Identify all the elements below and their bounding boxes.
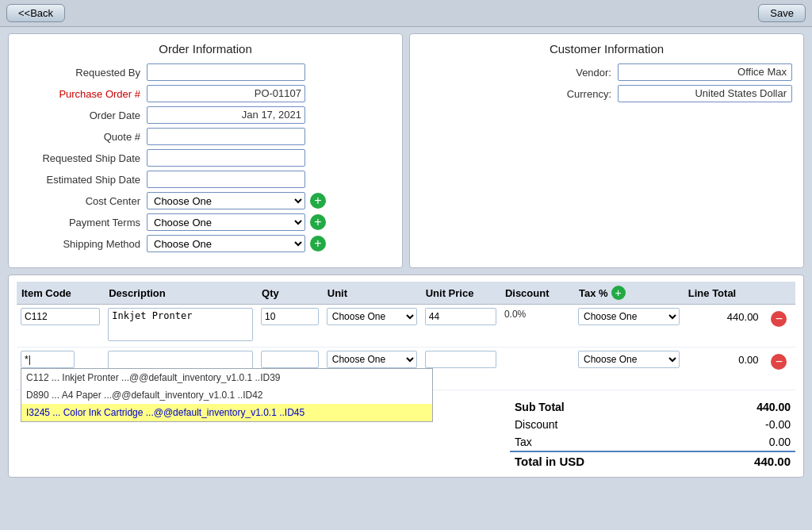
line-total-cell-new: 0.00	[684, 348, 763, 390]
payment-terms-add-button[interactable]: +	[310, 214, 326, 230]
requested-by-label: Requested By	[20, 67, 147, 79]
action-cell: −	[763, 305, 795, 348]
autocomplete-item-1[interactable]: C112 ... Inkjet Pronter ...@@default_inv…	[21, 369, 432, 386]
header-item-code: Item Code	[17, 282, 104, 305]
unit-price-cell	[421, 305, 500, 348]
order-date-value: Jan 17, 2021	[147, 106, 305, 124]
header-unit: Unit	[323, 282, 421, 305]
unit-price-input-new[interactable]	[425, 351, 496, 368]
cost-center-row: Cost Center Choose One +	[20, 192, 391, 209]
total-value: 440.00	[727, 455, 791, 468]
header-qty: Qty	[257, 282, 323, 305]
shipping-method-label: Shipping Method	[20, 238, 147, 250]
item-code-input-new[interactable]	[21, 351, 75, 368]
unit-select-1[interactable]: Choose One	[327, 308, 417, 325]
tax-cell-new: Choose One	[574, 348, 684, 390]
cost-center-select[interactable]: Choose One	[147, 192, 305, 209]
discount-value-1: 0.0%	[504, 309, 526, 320]
item-code-cell-new: C112 ... Inkjet Pronter ...@@default_inv…	[17, 348, 104, 390]
shipping-method-row: Shipping Method Choose One +	[20, 235, 391, 252]
purchase-order-row: Purchase Order # PO-01107	[20, 85, 391, 102]
unit-price-input-1[interactable]	[425, 308, 496, 325]
qty-input-new[interactable]	[261, 351, 319, 368]
tax-select-new[interactable]: Choose One	[578, 351, 680, 368]
shipping-method-add-button[interactable]: +	[310, 236, 326, 252]
vendor-value: Office Max	[618, 63, 792, 81]
tax-value: 0.00	[727, 436, 791, 448]
currency-label: Currency:	[567, 88, 618, 100]
cost-center-add-button[interactable]: +	[310, 193, 326, 209]
main-content: Order Information Requested By Purchase …	[0, 27, 812, 484]
quote-label: Quote #	[20, 131, 147, 143]
purchase-order-value: PO-01107	[147, 85, 305, 102]
line-total-value-new: 0.00	[738, 354, 758, 366]
subtotal-label: Sub Total	[515, 401, 565, 413]
header-action	[763, 282, 795, 305]
vendor-row: Vendor: Office Max	[421, 63, 792, 81]
total-label: Total in USD	[515, 455, 584, 468]
description-input-1[interactable]: Inkjet Pronter	[108, 308, 253, 341]
qty-input-1[interactable]	[261, 308, 319, 325]
order-panel-title: Order Information	[20, 42, 391, 56]
top-bar: <<Back Save	[0, 0, 812, 27]
line-total-value-1: 440.00	[727, 311, 759, 323]
subtotal-value: 440.00	[727, 401, 791, 413]
estimated-ship-date-label: Estimated Ship Date	[20, 174, 147, 186]
grand-total-row: Total in USD 440.00	[510, 452, 795, 470]
header-discount: Discount	[500, 282, 574, 305]
requested-ship-date-label: Requested Ship Date	[20, 152, 147, 164]
estimated-ship-date-row: Estimated Ship Date	[20, 171, 391, 188]
discount-cell: 0.0%	[500, 305, 574, 348]
order-information-panel: Order Information Requested By Purchase …	[8, 33, 403, 268]
remove-row-button-1[interactable]: −	[771, 311, 787, 327]
subtotal-row: Sub Total 440.00	[510, 398, 795, 416]
order-date-row: Order Date Jan 17, 2021	[20, 106, 391, 124]
table-header-row: Item Code Description Qty Unit Unit Pric…	[17, 282, 795, 305]
payment-terms-row: Payment Terms Choose One +	[20, 213, 391, 231]
requested-by-input[interactable]	[147, 63, 305, 81]
unit-cell: Choose One	[323, 305, 421, 348]
save-button[interactable]: Save	[758, 4, 806, 22]
line-total-cell: 440.00	[684, 305, 763, 348]
back-button[interactable]: <<Back	[6, 4, 65, 22]
tax-select-1[interactable]: Choose One	[578, 308, 680, 325]
tax-label: Tax	[515, 436, 532, 448]
header-unit-price: Unit Price	[421, 282, 500, 305]
requested-by-row: Requested By	[20, 63, 391, 81]
item-code-input-1[interactable]	[21, 308, 100, 325]
discount-row: Discount -0.00	[510, 416, 795, 433]
cost-center-label: Cost Center	[20, 195, 147, 207]
payment-terms-select[interactable]: Choose One	[147, 213, 305, 231]
item-code-cell	[17, 305, 104, 348]
vendor-label: Vendor:	[576, 67, 618, 79]
unit-select-new[interactable]: Choose One	[327, 351, 417, 368]
quote-input[interactable]	[147, 128, 305, 145]
autocomplete-item-3[interactable]: I3245 ... Color Ink Cartridge ...@@defau…	[21, 404, 432, 421]
tax-add-button[interactable]: +	[611, 286, 626, 300]
payment-terms-label: Payment Terms	[20, 217, 147, 229]
remove-row-button-new[interactable]: −	[771, 354, 787, 370]
shipping-method-select[interactable]: Choose One	[147, 235, 305, 252]
header-tax-label: Tax %	[579, 287, 608, 299]
description-cell: Inkjet Pronter	[104, 305, 257, 348]
table-row-new: C112 ... Inkjet Pronter ...@@default_inv…	[17, 348, 795, 390]
table-row: Inkjet Pronter Choose One 0.0%	[17, 305, 795, 348]
order-date-label: Order Date	[20, 109, 147, 121]
top-panels: Order Information Requested By Purchase …	[8, 33, 804, 268]
requested-ship-date-row: Requested Ship Date	[20, 149, 391, 167]
autocomplete-item-2[interactable]: D890 ... A4 Paper ...@@default_inventory…	[21, 386, 432, 404]
header-line-total: Line Total	[684, 282, 763, 305]
estimated-ship-date-input[interactable]	[147, 171, 305, 188]
requested-ship-date-input[interactable]	[147, 149, 305, 167]
currency-row: Currency: United States Dollar	[421, 85, 792, 102]
autocomplete-dropdown: C112 ... Inkjet Pronter ...@@default_inv…	[21, 368, 433, 422]
header-description: Description	[104, 282, 257, 305]
qty-cell	[257, 305, 323, 348]
discount-value: -0.00	[727, 418, 791, 431]
discount-label: Discount	[515, 418, 557, 431]
header-tax: Tax % +	[574, 282, 684, 305]
customer-information-panel: Customer Information Vendor: Office Max …	[409, 33, 804, 268]
items-table: Item Code Description Qty Unit Unit Pric…	[17, 282, 795, 390]
purchase-order-label: Purchase Order #	[20, 88, 147, 100]
discount-cell-new	[500, 348, 574, 390]
